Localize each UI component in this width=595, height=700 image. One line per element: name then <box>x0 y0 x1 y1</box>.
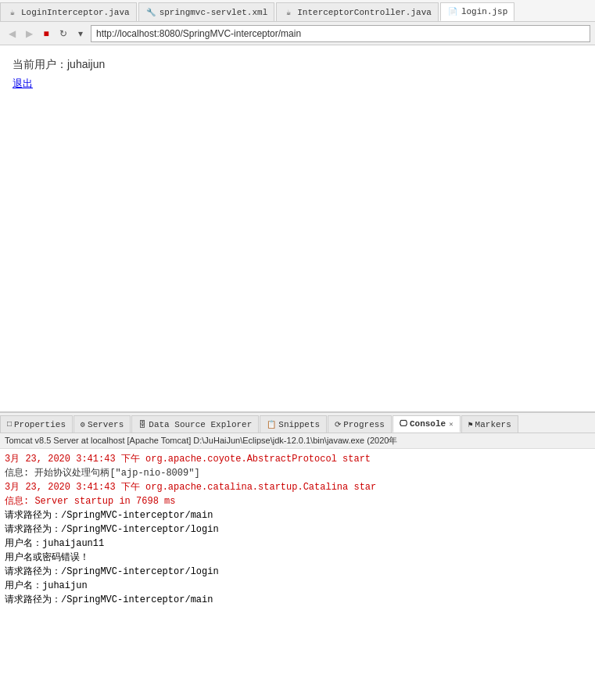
console-line: 请求路径为：/SpringMVC-interceptor/login <box>5 522 590 537</box>
console-line: 信息: Server startup in 7698 ms <box>5 494 590 508</box>
forward-button[interactable]: ▶ <box>22 27 36 41</box>
console-line: 3月 23, 2020 3:41:43 下午 org.apache.catali… <box>5 480 590 494</box>
address-bar: ◀ ▶ ■ ↻ ▾ <box>0 22 595 45</box>
console-line: 3月 23, 2020 3:41:43 下午 org.apache.coyote… <box>5 452 590 466</box>
console-content: 3月 23, 2020 3:41:43 下午 org.apache.coyote… <box>0 449 595 700</box>
jsp-icon: 📄 <box>447 6 458 17</box>
snippets-icon: 📋 <box>267 420 276 429</box>
dropdown-button[interactable]: ▾ <box>73 27 88 41</box>
console-line: 信息: 开始协议处理句柄["ajp-nio-8009"] <box>5 466 590 480</box>
properties-icon: □ <box>7 420 12 429</box>
url-input[interactable] <box>91 25 590 42</box>
logout-link[interactable]: 退出 <box>13 77 33 89</box>
console-line: 请求路径为：/SpringMVC-interceptor/login <box>5 565 590 579</box>
console-line: 用户名：juhaijaun11 <box>5 537 590 551</box>
servers-icon: ⚙ <box>81 420 85 429</box>
bottom-tab-bar: □ Properties ⚙ Servers 🗄 Data Source Exp… <box>0 413 595 433</box>
server-info-bar: Tomcat v8.5 Server at localhost [Apache … <box>0 433 595 449</box>
console-icon: 🖵 <box>400 419 407 429</box>
tab-datasource[interactable]: 🗄 Data Source Explorer <box>131 415 259 433</box>
console-line: 请求路径为：/SpringMVC-interceptor/main <box>5 593 590 607</box>
tab-console[interactable]: 🖵 Console ✕ <box>392 415 461 433</box>
server-info-text: Tomcat v8.5 Server at localhost [Apache … <box>5 436 397 445</box>
current-user-text: 当前用户：juhaijun <box>13 58 582 72</box>
markers-icon: ⚑ <box>468 420 473 429</box>
tab-properties[interactable]: □ Properties <box>0 415 73 433</box>
stop-button[interactable]: ■ <box>39 27 53 41</box>
back-button[interactable]: ◀ <box>5 27 19 41</box>
tab-springmvc-servlet[interactable]: 🔧 springmvc-servlet.xml <box>138 2 275 21</box>
browser-content: 当前用户：juhaijun 退出 <box>0 45 595 413</box>
tab-markers[interactable]: ⚑ Markers <box>461 415 518 433</box>
console-line: 用户名或密码错误！ <box>5 551 590 565</box>
tab-login-jsp[interactable]: 📄 login.jsp <box>440 2 514 21</box>
console-close-icon[interactable]: ✕ <box>449 420 453 429</box>
tab-login-interceptor[interactable]: ☕ LoginInterceptor.java <box>0 2 137 21</box>
java-icon: ☕ <box>7 7 18 18</box>
refresh-button[interactable]: ↻ <box>56 27 70 41</box>
progress-icon: ⟳ <box>335 420 341 429</box>
xml-icon: 🔧 <box>145 7 156 18</box>
bottom-panel: □ Properties ⚙ Servers 🗄 Data Source Exp… <box>0 413 595 700</box>
tab-interceptor-controller[interactable]: ☕ InterceptorController.java <box>276 2 439 21</box>
tab-snippets[interactable]: 📋 Snippets <box>260 415 327 433</box>
tab-bar: ☕ LoginInterceptor.java 🔧 springmvc-serv… <box>0 0 595 22</box>
datasource-icon: 🗄 <box>138 420 146 429</box>
console-line: 用户名：juhaijun <box>5 579 590 593</box>
tab-progress[interactable]: ⟳ Progress <box>328 415 392 433</box>
console-line: 请求路径为：/SpringMVC-interceptor/main <box>5 508 590 522</box>
tab-servers[interactable]: ⚙ Servers <box>73 415 131 433</box>
java-icon-2: ☕ <box>283 7 294 18</box>
